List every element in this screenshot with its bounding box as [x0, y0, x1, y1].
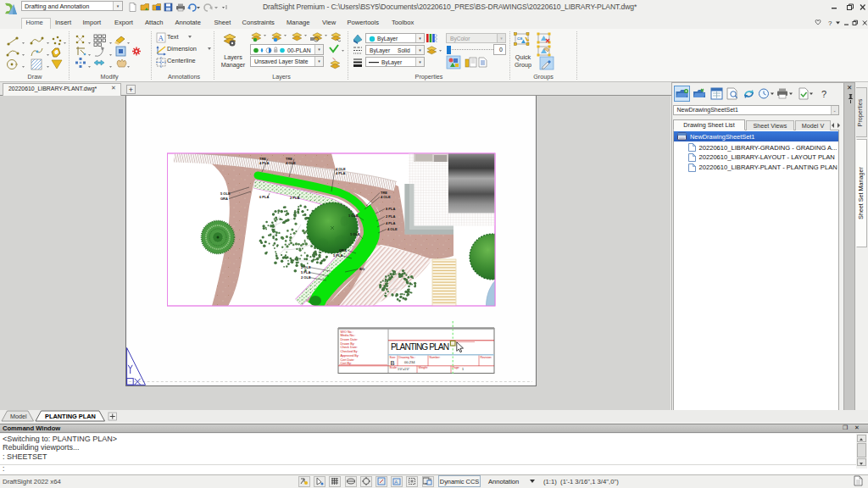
svg-text:00-234: 00-234: [404, 360, 415, 364]
svg-text:Drawn Date:: Drawn Date:: [341, 338, 359, 341]
svg-text:Media No.:: Media No.:: [341, 334, 356, 337]
svg-text:Cert Date:: Cert Date:: [341, 358, 355, 362]
svg-text:2 PLA: 2 PLA: [386, 214, 395, 219]
svg-text:GRA: GRA: [339, 248, 347, 252]
svg-text:4 PLA: 4 PLA: [259, 161, 269, 165]
svg-text:2 PLA: 2 PLA: [290, 196, 299, 200]
svg-text:B: B: [391, 359, 395, 367]
svg-text:Drawn By:: Drawn By:: [341, 342, 355, 346]
svg-text:Drawing No.:: Drawing No.:: [399, 356, 416, 359]
svg-text:ca: ca: [517, 36, 523, 41]
svg-text:Number:: Number:: [430, 356, 441, 359]
svg-text:Weight:: Weight:: [419, 366, 428, 369]
svg-text:Page:: Page:: [453, 366, 460, 369]
svg-text:4 OLE: 4 OLE: [387, 227, 398, 231]
svg-text:BG: BG: [359, 267, 364, 271]
svg-text:PLANTING PLAN: PLANTING PLAN: [45, 413, 96, 420]
svg-text:4 OLE: 4 OLE: [381, 195, 391, 199]
svg-text:Check Date:: Check Date:: [341, 346, 358, 349]
svg-text:8 PLA: 8 PLA: [386, 207, 395, 211]
svg-text:W/O No.:: W/O No.:: [341, 330, 353, 334]
svg-text:A: A: [159, 33, 164, 42]
svg-text:GRA: GRA: [220, 197, 228, 201]
svg-text:A: A: [394, 480, 398, 485]
svg-text:Revision:: Revision:: [481, 356, 492, 359]
svg-text:4 OLE: 4 OLE: [286, 161, 296, 165]
svg-text:Model: Model: [10, 413, 27, 420]
svg-text:4 PLA: 4 PLA: [386, 221, 395, 225]
svg-text:6 PLA: 6 PLA: [259, 195, 269, 199]
svg-text:?: ?: [828, 19, 832, 27]
svg-text:1'0"=1'0": 1'0"=1'0": [398, 368, 410, 371]
svg-text:5 PLA: 5 PLA: [333, 253, 342, 258]
svg-text:Scale:: Scale:: [390, 366, 398, 369]
svg-text:Approved By:: Approved By:: [341, 354, 359, 358]
svg-text:5 PLA: 5 PLA: [301, 270, 310, 274]
svg-text:4 PLA: 4 PLA: [336, 171, 345, 175]
svg-text:PLANTING PLAN: PLANTING PLAN: [391, 342, 449, 352]
svg-text:1: 1: [462, 368, 464, 371]
svg-text:Checked By:: Checked By:: [341, 350, 359, 353]
svg-text:?: ?: [821, 89, 826, 99]
